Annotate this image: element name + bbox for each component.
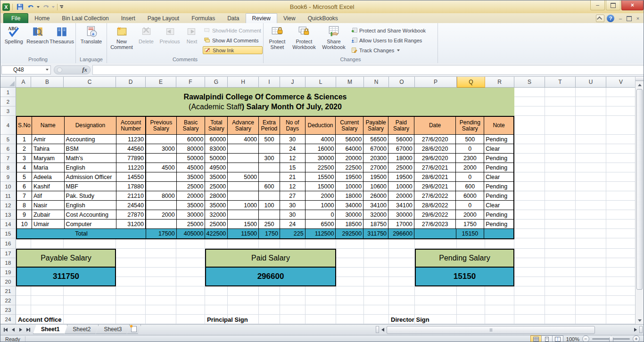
cell[interactable]: Pending xyxy=(484,220,513,229)
cell[interactable]: 24 xyxy=(280,220,305,229)
last-sheet-button[interactable] xyxy=(25,327,31,333)
formula-input[interactable] xyxy=(92,65,644,75)
cell[interactable]: 1000 xyxy=(305,201,336,210)
table-header-cell-extra-period[interactable]: Extra Period xyxy=(259,117,280,135)
show-hide-comment-button[interactable]: Show/Hide Comment xyxy=(203,26,263,34)
cell[interactable]: Atif xyxy=(32,191,65,201)
ribbon-tab-data[interactable]: Data xyxy=(221,14,245,23)
table-header-cell-no-of-days[interactable]: No of Days xyxy=(280,117,305,135)
cell[interactable]: Pending xyxy=(484,210,513,220)
cell[interactable]: 50000 xyxy=(205,154,228,163)
cell[interactable]: 11230 xyxy=(116,135,146,144)
workbook-minimize-button[interactable]: – xyxy=(617,16,624,21)
cell[interactable]: 83000 xyxy=(205,144,228,154)
column-header-F[interactable]: F xyxy=(176,77,205,88)
cell[interactable]: 12 xyxy=(280,182,305,191)
workbook-close-button[interactable]: × xyxy=(634,16,642,21)
scrollbar-split-handle[interactable] xyxy=(376,326,379,333)
cell[interactable]: Amir xyxy=(32,135,65,144)
cell[interactable]: 35000 xyxy=(205,201,228,210)
column-header-N[interactable]: N xyxy=(364,77,389,88)
cell[interactable] xyxy=(146,154,177,163)
cell[interactable]: 20000 xyxy=(336,154,363,163)
column-header-H[interactable]: H xyxy=(228,77,259,88)
cell[interactable]: BSM xyxy=(65,144,117,154)
zoom-in-button[interactable]: + xyxy=(633,335,640,342)
table-header-cell-total-salary[interactable]: Total Salary xyxy=(205,117,228,135)
cell[interactable]: 35000 xyxy=(177,201,206,210)
table-header-cell-account-number[interactable]: Account Number xyxy=(116,117,146,135)
cell[interactable]: 25000 xyxy=(388,163,414,172)
cell[interactable]: 8 xyxy=(17,201,32,210)
close-button[interactable]: × xyxy=(621,0,644,10)
cell[interactable]: 3000 xyxy=(146,144,177,154)
row-header-9[interactable]: 9 xyxy=(0,172,16,182)
cell[interactable]: 500 xyxy=(259,135,280,144)
cell[interactable]: 21 xyxy=(280,172,305,182)
cell[interactable]: Clear xyxy=(484,172,513,182)
cell[interactable]: 25000 xyxy=(177,182,206,191)
sheet-tab-sheet3[interactable]: Sheet3 xyxy=(96,325,130,334)
horizontal-scroll-track[interactable] xyxy=(387,326,632,333)
cell[interactable]: 22500 xyxy=(305,163,336,172)
name-box[interactable]: Q48 xyxy=(1,65,51,74)
ribbon-tab-quickbooks[interactable]: QuickBooks xyxy=(302,14,344,23)
table-header-cell-previous-salary[interactable]: Previous Salary xyxy=(146,117,177,135)
cell[interactable]: 16000 xyxy=(305,144,336,154)
total-cell[interactable] xyxy=(484,229,513,238)
column-header-U[interactable]: U xyxy=(576,77,606,88)
column-header-P[interactable]: P xyxy=(415,77,457,88)
cell[interactable]: 19500 xyxy=(336,172,363,182)
track-changes-button[interactable]: Track Changes xyxy=(350,46,427,54)
cell[interactable]: 32000 xyxy=(363,210,388,220)
cell[interactable]: Pending xyxy=(484,135,513,144)
cell[interactable]: MBF xyxy=(65,182,117,191)
row-header-14[interactable]: 14 xyxy=(0,220,16,229)
cell[interactable]: 6 xyxy=(17,182,32,191)
scroll-right-button[interactable] xyxy=(632,326,639,333)
row-header-7[interactable]: 7 xyxy=(0,154,16,163)
cell[interactable] xyxy=(228,191,259,201)
cell[interactable]: 0 xyxy=(456,172,484,182)
cell[interactable]: 49500 xyxy=(205,163,228,172)
cell[interactable]: 2000 xyxy=(456,210,484,220)
row-header-20[interactable]: 20 xyxy=(0,277,16,286)
cell[interactable]: 10600 xyxy=(363,182,388,191)
cell[interactable] xyxy=(259,172,280,182)
cell[interactable]: 1000 xyxy=(228,201,259,210)
table-header-cell-deduction[interactable]: Deduction xyxy=(305,117,336,135)
cell[interactable]: Pak. Study xyxy=(65,191,117,201)
next-sheet-button[interactable] xyxy=(17,327,24,333)
cell[interactable]: 18750 xyxy=(363,220,388,229)
cell[interactable]: 10 xyxy=(17,220,32,229)
select-all-corner[interactable] xyxy=(0,77,16,88)
table-header-cell-basic-salary[interactable]: Basic Salary xyxy=(177,117,206,135)
first-sheet-button[interactable] xyxy=(2,327,8,333)
cell[interactable] xyxy=(228,144,259,154)
allow-users-edit-ranges-button[interactable]: Allow Users to Edit Ranges xyxy=(350,36,427,44)
cell[interactable] xyxy=(259,163,280,172)
cell[interactable]: 14550 xyxy=(116,172,146,182)
total-label-cell[interactable]: Total xyxy=(17,229,146,238)
column-header-R[interactable]: R xyxy=(485,77,514,88)
row-header-1[interactable]: 1 xyxy=(0,88,16,97)
cell[interactable]: Accounting xyxy=(65,135,117,144)
row-header-10[interactable]: 10 xyxy=(0,182,16,191)
ribbon-tab-insert[interactable]: Insert xyxy=(115,14,141,23)
cell[interactable]: 27/6/2022 xyxy=(414,191,456,201)
page-layout-view-button[interactable] xyxy=(541,335,553,342)
column-header-E[interactable]: E xyxy=(146,77,176,88)
sheet-cells[interactable]: Rawalpindi College Of Commerce & Science… xyxy=(16,88,636,324)
zoom-slider-thumb[interactable] xyxy=(609,336,613,342)
cell[interactable]: Maria xyxy=(32,163,65,172)
ribbon-tab-review[interactable]: Review xyxy=(246,13,277,23)
cell[interactable]: 2300 xyxy=(456,154,484,163)
delete-comment-button[interactable]: Delete xyxy=(135,24,157,44)
sheet-tab-sheet2[interactable]: Sheet2 xyxy=(65,325,99,334)
pending-salary-value[interactable]: 15150 xyxy=(416,268,513,285)
cell[interactable]: 3 xyxy=(17,154,32,163)
cell[interactable]: 18000 xyxy=(388,154,414,163)
row-header-15[interactable]: 15 xyxy=(0,229,16,238)
total-cell[interactable] xyxy=(414,229,456,238)
column-header-D[interactable]: D xyxy=(116,77,146,88)
